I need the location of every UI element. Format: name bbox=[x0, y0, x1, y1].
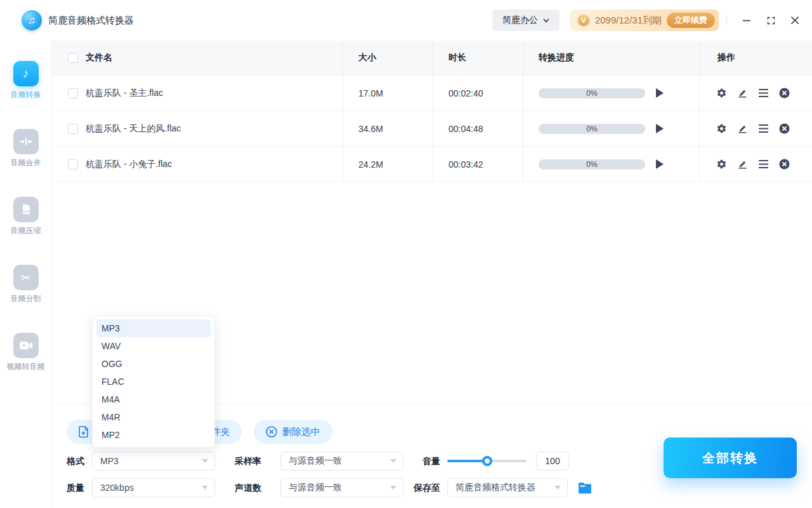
progress-bar: 0% bbox=[539, 159, 645, 170]
minimize-button[interactable] bbox=[735, 8, 759, 33]
samplerate-value: 与源音频一致 bbox=[289, 455, 342, 467]
format-option-mp3[interactable]: MP3 bbox=[96, 319, 211, 337]
format-option-mp2[interactable]: MP2 bbox=[96, 426, 211, 444]
play-button[interactable] bbox=[655, 124, 664, 133]
samplerate-label: 采样率 bbox=[235, 451, 261, 471]
edit-button[interactable] bbox=[737, 159, 748, 170]
remove-icon bbox=[779, 88, 790, 98]
sidebar-item-audio-convert[interactable]: ♪ 音频转换 bbox=[11, 61, 41, 100]
delete-circle-icon bbox=[266, 426, 277, 438]
table-header: 文件名 大小 时长 转换进度 操作 bbox=[52, 41, 812, 76]
format-option-ogg[interactable]: OGG bbox=[96, 355, 211, 373]
vip-status-pill: V 2099/12/31到期 立即续费 bbox=[570, 10, 719, 31]
settings-button[interactable] bbox=[716, 88, 727, 98]
column-header-duration: 时长 bbox=[449, 52, 466, 64]
sidebar-item-audio-split[interactable]: ✂ 音频分割 bbox=[11, 265, 41, 304]
app-title: 简鹿音频格式转换器 bbox=[48, 15, 134, 27]
play-icon bbox=[655, 159, 664, 169]
file-size: 24.2M bbox=[358, 159, 383, 170]
sidebar-item-audio-merge[interactable]: 音频合并 bbox=[11, 129, 41, 168]
settings-icon bbox=[716, 123, 727, 134]
detail-list-icon bbox=[759, 160, 768, 168]
music-note-icon: ♪ bbox=[13, 61, 39, 86]
volume-slider[interactable] bbox=[447, 460, 527, 462]
quality-label: 质量 bbox=[67, 478, 84, 497]
caret-down-icon bbox=[390, 459, 396, 463]
file-duration: 00:04:48 bbox=[449, 124, 483, 134]
remove-button[interactable] bbox=[779, 159, 790, 170]
saveto-value: 简鹿音频格式转换器 bbox=[455, 482, 535, 493]
browse-folder-button[interactable] bbox=[577, 480, 593, 495]
edit-icon bbox=[737, 88, 748, 98]
saveto-select[interactable]: 简鹿音频格式转换器 bbox=[447, 478, 568, 497]
remove-button[interactable] bbox=[779, 123, 790, 134]
settings-icon bbox=[716, 159, 727, 170]
volume-value-field[interactable]: 100 bbox=[536, 451, 569, 471]
close-button[interactable] bbox=[783, 8, 807, 33]
settings-button[interactable] bbox=[716, 123, 727, 134]
channels-select[interactable]: 与源音频一致 bbox=[280, 478, 403, 497]
progress-text: 0% bbox=[586, 89, 597, 98]
row-checkbox[interactable] bbox=[68, 159, 78, 170]
progress-text: 0% bbox=[586, 124, 597, 133]
play-icon bbox=[655, 88, 664, 98]
fullscreen-button[interactable] bbox=[759, 8, 783, 33]
format-select[interactable]: MP3 bbox=[92, 451, 215, 471]
volume-label: 音量 bbox=[422, 451, 440, 471]
format-option-m4r[interactable]: M4R bbox=[96, 408, 211, 426]
edit-icon bbox=[737, 159, 748, 170]
row-checkbox[interactable] bbox=[68, 124, 78, 134]
renew-now-button[interactable]: 立即续费 bbox=[667, 13, 715, 28]
title-bar: ♫ 简鹿音频格式转换器 简鹿办公 V 2099/12/31到期 立即续费 bbox=[0, 0, 812, 41]
folder-icon bbox=[578, 482, 592, 494]
vip-v-badge-icon: V bbox=[577, 14, 590, 27]
select-all-checkbox[interactable] bbox=[68, 53, 78, 63]
settings-icon bbox=[716, 88, 727, 98]
format-option-flac[interactable]: FLAC bbox=[96, 373, 211, 391]
sidebar-item-label: 音频分割 bbox=[11, 293, 41, 304]
detail-list-button[interactable] bbox=[758, 88, 769, 98]
column-header-operations: 操作 bbox=[717, 52, 735, 64]
delete-selected-button[interactable]: 删除选中 bbox=[254, 420, 332, 444]
volume-slider-thumb[interactable] bbox=[482, 456, 492, 466]
quality-select[interactable]: 320kbps bbox=[92, 478, 215, 497]
format-option-wav[interactable]: WAV bbox=[96, 337, 211, 355]
edit-button[interactable] bbox=[737, 88, 748, 98]
caret-down-icon bbox=[554, 486, 561, 490]
merge-icon bbox=[13, 129, 39, 154]
column-header-progress: 转换进度 bbox=[539, 52, 574, 64]
sidebar-item-label: 视频转音频 bbox=[7, 361, 45, 372]
app-logo-icon: ♫ bbox=[22, 10, 42, 30]
detail-list-button[interactable] bbox=[758, 159, 769, 170]
play-button[interactable] bbox=[655, 159, 664, 169]
video-camera-icon bbox=[13, 333, 39, 358]
file-name: 杭盖乐队 - 圣主.flac bbox=[86, 88, 163, 99]
file-duration: 00:02:40 bbox=[449, 88, 483, 98]
account-dropdown-button[interactable]: 简鹿办公 bbox=[492, 10, 560, 31]
detail-list-button[interactable] bbox=[758, 123, 769, 134]
scissors-icon: ✂ bbox=[13, 265, 39, 290]
minimize-icon bbox=[742, 16, 751, 25]
convert-all-button[interactable]: 全部转换 bbox=[664, 438, 797, 478]
sidebar-item-audio-compress[interactable]: 音频压缩 bbox=[11, 197, 41, 236]
remove-button[interactable] bbox=[779, 88, 790, 98]
progress-text: 0% bbox=[586, 160, 597, 169]
column-header-size: 大小 bbox=[358, 52, 376, 64]
edit-icon bbox=[737, 123, 748, 134]
settings-button[interactable] bbox=[716, 159, 727, 170]
play-icon bbox=[655, 124, 664, 133]
quality-value: 320kbps bbox=[100, 483, 134, 493]
file-table: 文件名 大小 时长 转换进度 操作 杭盖乐队 - 圣主.flac 17.0M 0… bbox=[52, 41, 812, 182]
saveto-label: 保存至 bbox=[414, 478, 440, 497]
detail-list-icon bbox=[759, 89, 768, 97]
sidebar-item-video-to-audio[interactable]: 视频转音频 bbox=[7, 333, 45, 372]
format-label: 格式 bbox=[67, 451, 84, 471]
caret-down-icon bbox=[202, 459, 208, 463]
format-dropdown-menu: MP3 WAV OGG FLAC M4A M4R MP2 bbox=[92, 316, 215, 448]
play-button[interactable] bbox=[655, 88, 664, 98]
edit-button[interactable] bbox=[737, 123, 748, 134]
row-checkbox[interactable] bbox=[68, 88, 78, 98]
format-option-m4a[interactable]: M4A bbox=[96, 391, 211, 408]
samplerate-select[interactable]: 与源音频一致 bbox=[280, 451, 403, 471]
fullscreen-icon bbox=[766, 16, 776, 25]
